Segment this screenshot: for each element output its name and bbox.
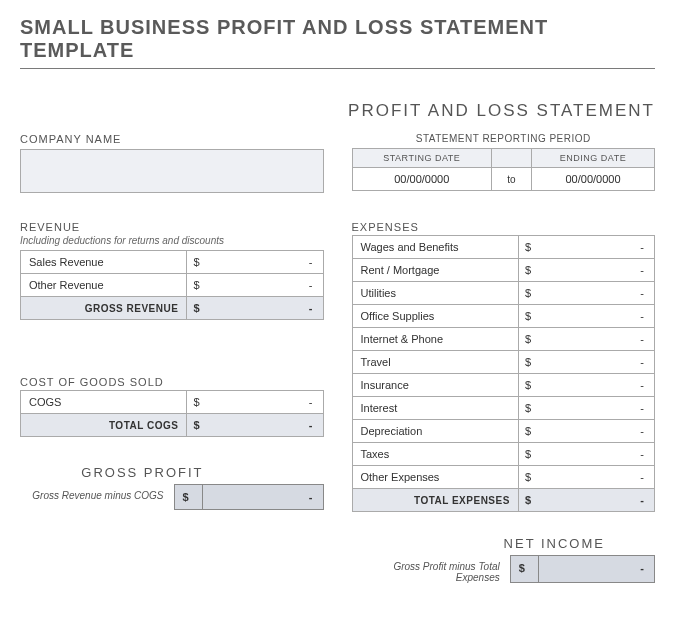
- expense-row-label: Depreciation: [352, 420, 518, 443]
- total-cogs-value: -: [206, 414, 324, 437]
- currency-symbol: $: [187, 414, 206, 437]
- total-cogs-label: TOTAL COGS: [21, 414, 187, 437]
- period-spacer-header: [492, 149, 532, 168]
- period-to-label: to: [492, 168, 532, 191]
- net-income-note: Gross Profit minus Total Expenses: [352, 555, 510, 583]
- table-row: Internet & Phone $ -: [352, 328, 655, 351]
- expense-row-value[interactable]: -: [537, 374, 655, 397]
- table-row: Taxes $ -: [352, 443, 655, 466]
- total-expenses-value: -: [537, 489, 655, 512]
- expense-row-label: Wages and Benefits: [352, 236, 518, 259]
- expense-row-value[interactable]: -: [537, 466, 655, 489]
- table-row: Interest $ -: [352, 397, 655, 420]
- currency-symbol: $: [187, 297, 206, 320]
- currency-symbol: $: [518, 236, 537, 259]
- statement-title: PROFIT AND LOSS STATEMENT: [20, 101, 655, 121]
- gross-revenue-label: GROSS REVENUE: [21, 297, 187, 320]
- cogs-table: COGS $ - TOTAL COGS $ -: [20, 390, 324, 437]
- total-cogs-row: TOTAL COGS $ -: [21, 414, 324, 437]
- expense-row-value[interactable]: -: [537, 305, 655, 328]
- revenue-title: REVENUE: [20, 221, 324, 233]
- gross-profit-block: GROSS PROFIT Gross Revenue minus COGS $ …: [20, 465, 324, 510]
- currency-symbol: $: [518, 328, 537, 351]
- currency-symbol: $: [187, 391, 206, 414]
- gross-profit-title: GROSS PROFIT: [20, 465, 324, 480]
- net-income-title: NET INCOME: [352, 536, 656, 551]
- currency-symbol: $: [518, 374, 537, 397]
- revenue-table: Sales Revenue $ - Other Revenue $ - GROS…: [20, 250, 324, 320]
- company-name-input[interactable]: [20, 149, 324, 193]
- revenue-row-label: Other Revenue: [21, 274, 187, 297]
- expense-row-label: Insurance: [352, 374, 518, 397]
- expense-row-value[interactable]: -: [537, 282, 655, 305]
- gross-profit-value: -: [202, 484, 324, 510]
- currency-symbol: $: [518, 489, 537, 512]
- expense-row-value[interactable]: -: [537, 259, 655, 282]
- table-row: Office Supplies $ -: [352, 305, 655, 328]
- expenses-title: EXPENSES: [352, 221, 656, 233]
- expense-row-label: Travel: [352, 351, 518, 374]
- currency-symbol: $: [518, 305, 537, 328]
- starting-date-label: STARTING DATE: [352, 149, 492, 168]
- template-title: SMALL BUSINESS PROFIT AND LOSS STATEMENT…: [20, 16, 655, 62]
- currency-symbol: $: [518, 466, 537, 489]
- expense-row-value[interactable]: -: [537, 236, 655, 259]
- revenue-note: Including deductions for returns and dis…: [20, 235, 324, 246]
- revenue-row-label: Sales Revenue: [21, 251, 187, 274]
- table-row: Sales Revenue $ -: [21, 251, 324, 274]
- gross-revenue-row: GROSS REVENUE $ -: [21, 297, 324, 320]
- table-row: Other Revenue $ -: [21, 274, 324, 297]
- table-row: COGS $ -: [21, 391, 324, 414]
- cogs-row-value[interactable]: -: [206, 391, 324, 414]
- currency-symbol: $: [518, 282, 537, 305]
- period-header: STATEMENT REPORTING PERIOD: [352, 133, 656, 144]
- table-row: Rent / Mortgage $ -: [352, 259, 655, 282]
- total-expenses-label: TOTAL EXPENSES: [352, 489, 518, 512]
- gross-profit-note: Gross Revenue minus COGS: [20, 484, 174, 510]
- revenue-row-value[interactable]: -: [206, 274, 324, 297]
- table-row: Depreciation $ -: [352, 420, 655, 443]
- cogs-title: COST OF GOODS SOLD: [20, 376, 324, 388]
- currency-symbol: $: [518, 259, 537, 282]
- expense-row-label: Taxes: [352, 443, 518, 466]
- currency-symbol: $: [187, 251, 206, 274]
- expense-row-label: Interest: [352, 397, 518, 420]
- expense-row-value[interactable]: -: [537, 351, 655, 374]
- expense-row-label: Rent / Mortgage: [352, 259, 518, 282]
- currency-symbol: $: [518, 351, 537, 374]
- period-table: STARTING DATE ENDING DATE 00/00/0000 to …: [352, 148, 656, 191]
- expense-row-label: Office Supplies: [352, 305, 518, 328]
- net-income-block: NET INCOME Gross Profit minus Total Expe…: [352, 536, 656, 583]
- table-row: Wages and Benefits $ -: [352, 236, 655, 259]
- table-row: Other Expenses $ -: [352, 466, 655, 489]
- currency-symbol: $: [518, 397, 537, 420]
- currency-symbol: $: [518, 420, 537, 443]
- title-divider: [20, 68, 655, 69]
- expense-row-value[interactable]: -: [537, 328, 655, 351]
- expense-row-value[interactable]: -: [537, 443, 655, 466]
- company-name-label: COMPANY NAME: [20, 133, 324, 145]
- currency-symbol: $: [510, 555, 538, 583]
- revenue-row-value[interactable]: -: [206, 251, 324, 274]
- table-row: Insurance $ -: [352, 374, 655, 397]
- expense-row-value[interactable]: -: [537, 420, 655, 443]
- cogs-row-label: COGS: [21, 391, 187, 414]
- currency-symbol: $: [174, 484, 202, 510]
- ending-date-input[interactable]: 00/00/0000: [532, 168, 655, 191]
- table-row: Utilities $ -: [352, 282, 655, 305]
- expense-row-value[interactable]: -: [537, 397, 655, 420]
- net-income-value: -: [538, 555, 655, 583]
- total-expenses-row: TOTAL EXPENSES $ -: [352, 489, 655, 512]
- gross-revenue-value: -: [206, 297, 324, 320]
- table-row: Travel $ -: [352, 351, 655, 374]
- expense-row-label: Other Expenses: [352, 466, 518, 489]
- expense-row-label: Utilities: [352, 282, 518, 305]
- currency-symbol: $: [518, 443, 537, 466]
- currency-symbol: $: [187, 274, 206, 297]
- expense-row-label: Internet & Phone: [352, 328, 518, 351]
- expenses-table: Wages and Benefits $ - Rent / Mortgage $…: [352, 235, 656, 512]
- starting-date-input[interactable]: 00/00/0000: [352, 168, 492, 191]
- ending-date-label: ENDING DATE: [532, 149, 655, 168]
